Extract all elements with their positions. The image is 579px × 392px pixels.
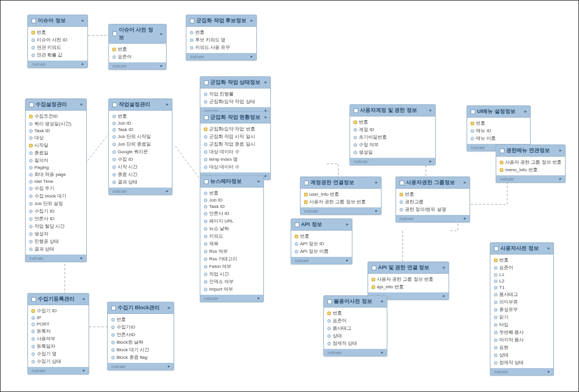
entity-header: 이슈어 정보» (28, 15, 87, 27)
entity-header: 군집화 작업 현황정보» (200, 112, 270, 123)
entity-issue-dict-info[interactable]: 이슈어 사전 정보» 번호 표준어 Indicate▸ (108, 24, 167, 70)
entity-header: 불용어사전 정보» (324, 296, 387, 308)
entity-issue-info[interactable]: 이슈어 정보» 번호 이슈어 사전 ID 연관 키워드 연관 확률 값 Indi… (27, 15, 88, 68)
entity-header: 수집기등록관리» (28, 294, 89, 305)
entity-header: 권한메뉴 연관정보» (496, 145, 565, 157)
entity-cluster-current[interactable]: 군집화 작업 현황정보» 군집화/요약 작업 번호 군집화 작업 시작 일시 군… (200, 111, 271, 180)
entity-header: API 정보» (291, 219, 352, 231)
entity-auth-menu-link[interactable]: 권한메뉴 연관정보» 사용자 권한 그룹 정보 번호 menu_info 번호 … (496, 144, 566, 183)
entity-collector-register[interactable]: 수집기등록관리» 수집기 ID IP PORT 등록자 사용여부 등록일자 수집… (27, 293, 89, 375)
entity-task-config[interactable]: 작업설정관리» 번호 Job ID Task ID Job 단위 시작일 Job… (108, 98, 172, 195)
entity-user-dict[interactable]: 사용자사전 정보» 번호 표준어 L1 L2 T1 품사태그 의미부류 종성유무… (490, 242, 554, 376)
entity-user-account[interactable]: 사용자계정 및 권한 정보» 번호 계정 ID 초기비밀번호 수정 여부 생성일… (349, 104, 436, 165)
entity-header: UI메뉴 설정정보» (467, 106, 530, 118)
entity-account-auth-link[interactable]: 계정권한 연결정보» user_info 번호 사용자 권한 그룹 정보 번호 … (300, 176, 382, 215)
entity-header: 계정권한 연결정보» (301, 177, 381, 189)
entity-header: API 및 권한 연결 정보» (368, 262, 449, 274)
entity-api-auth-link[interactable]: API 및 권한 연결 정보» 사용자 권한 그룹 정보 번호 api_info… (368, 262, 449, 300)
entity-header: 수집기 Block관리» (108, 302, 174, 314)
entity-collect-config[interactable]: 수집설정관리» 수집조건ID 쿼리 생성일(시간) Task ID 대상 시작일… (25, 98, 87, 262)
entity-header: 뉴스메타정보» (200, 176, 263, 188)
entity-header: 사용자계정 및 권한 정보» (350, 105, 435, 116)
entity-header: 이슈어 사전 정보» (109, 24, 166, 44)
entity-collector-block[interactable]: 수집기 Block관리» 번호 수집기ID 언론사ID Block된 날짜 Bl… (107, 302, 174, 370)
entity-header: 군집화 작업 상태정보» (200, 77, 270, 89)
entity-header: 수집설정관리» (26, 99, 86, 111)
entity-user-auth-group[interactable]: 사용자권한 그룹정보» 번호 권한그룹 권한 정의/범위 설명 Indicate… (396, 176, 470, 223)
entity-cluster-candidate[interactable]: 군집화 작업 후보정보» 번호 후보 키워드 명 키워드 사용 유무 Indic… (186, 15, 257, 61)
entity-stopword-dict[interactable]: 불용어사전 정보» 번호 표준어 품사태그 상태 참제작 상태 Indicate… (323, 295, 387, 356)
entity-header: 작업설정관리» (109, 99, 172, 111)
entity-news-meta[interactable]: 뉴스메타정보» 번호 Job ID Task ID 언론사 ID 페이지 URL… (200, 175, 264, 302)
entity-api-info[interactable]: API 정보» 번호 API 정보 ID API 정보 이름 Indicate▸ (291, 218, 352, 264)
entity-cluster-status[interactable]: 군집화 작업 상태정보» 작업 진행률 군집화/요약 작업 상태 Indicat… (200, 76, 271, 115)
entity-header: 사용자사전 정보» (490, 243, 553, 255)
entity-header: 군집화 작업 후보정보» (186, 15, 256, 27)
entity-header: 사용자권한 그룹정보» (396, 177, 469, 189)
